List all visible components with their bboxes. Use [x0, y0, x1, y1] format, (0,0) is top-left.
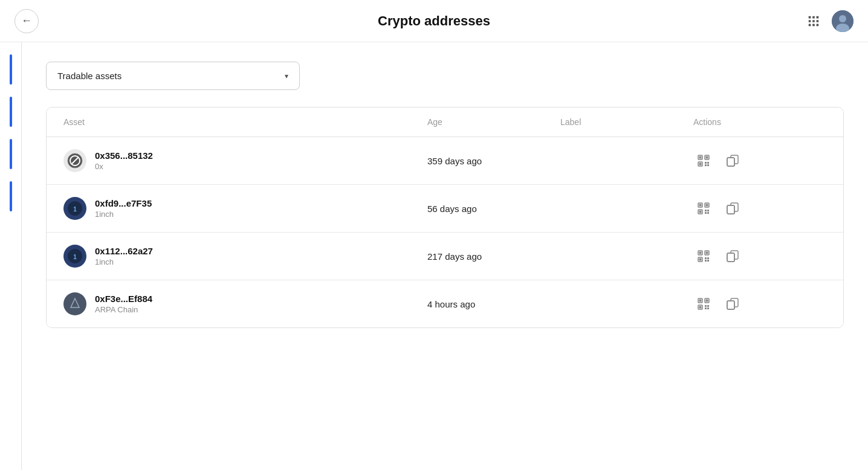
svg-rect-33	[706, 204, 708, 207]
asset-network-1: 0x	[95, 162, 153, 171]
svg-rect-3	[809, 20, 811, 22]
asset-info-3: 0x112...62a27 1inch	[95, 246, 153, 266]
dropdown-label: Tradable assets	[57, 71, 121, 81]
qr-code-icon	[697, 202, 710, 215]
svg-rect-1	[812, 16, 815, 18]
age-cell-2: 56 days ago	[427, 204, 560, 214]
grid-icon-button[interactable]	[803, 10, 824, 32]
svg-rect-37	[707, 210, 709, 211]
svg-rect-24	[707, 164, 709, 166]
actions-cell-4	[693, 294, 826, 314]
svg-rect-0	[809, 16, 811, 18]
prohibited-icon	[66, 152, 83, 169]
chevron-down-icon: ▾	[285, 72, 288, 80]
svg-rect-38	[705, 212, 707, 214]
sidebar-accent-1	[10, 54, 12, 85]
column-asset: Asset	[63, 117, 427, 127]
asset-icon-3: 1	[63, 245, 86, 268]
back-button[interactable]: ←	[15, 9, 39, 33]
asset-info-2: 0xfd9...e7F35 1inch	[95, 198, 152, 219]
copy-button-4[interactable]	[722, 294, 743, 314]
svg-text:1: 1	[73, 206, 77, 213]
svg-rect-22	[707, 162, 709, 164]
svg-rect-8	[817, 24, 819, 26]
copy-icon	[727, 202, 739, 214]
copy-icon	[727, 298, 739, 310]
svg-rect-61	[699, 300, 702, 302]
svg-rect-66	[705, 305, 707, 307]
age-cell-4: 4 hours ago	[427, 299, 560, 309]
asset-icon-2: 1	[63, 197, 86, 220]
actions-cell-3	[693, 246, 826, 266]
svg-rect-63	[706, 300, 708, 302]
svg-rect-54	[707, 260, 709, 262]
svg-rect-53	[705, 260, 707, 262]
svg-rect-20	[699, 163, 702, 166]
svg-rect-69	[707, 307, 709, 309]
qr-button-1[interactable]	[693, 150, 714, 171]
column-age: Age	[427, 117, 560, 127]
svg-rect-41	[727, 205, 734, 214]
left-sidebar	[0, 42, 22, 470]
copy-button-1[interactable]	[722, 150, 743, 171]
header-right	[803, 10, 853, 32]
table-row: 0x356...85132 0x 359 days ago	[47, 137, 843, 185]
asset-network-2: 1inch	[95, 210, 152, 219]
svg-text:1: 1	[73, 254, 77, 260]
table-header: Asset Age Label Actions	[47, 108, 843, 137]
avatar[interactable]	[832, 10, 853, 32]
copy-button-2[interactable]	[722, 198, 743, 219]
tradable-assets-dropdown[interactable]: Tradable assets ▾	[46, 62, 300, 90]
svg-rect-4	[812, 20, 815, 22]
svg-rect-46	[699, 252, 702, 254]
sidebar-accent-2	[10, 97, 12, 127]
asset-cell: 0xF3e...Ef884 ARPA Chain	[63, 292, 427, 315]
actions-cell-2	[693, 198, 826, 219]
table-row: 1 0x112...62a27 1inch 217 days ago	[47, 233, 843, 280]
sidebar-accent-3	[10, 139, 12, 169]
svg-rect-50	[699, 259, 702, 261]
svg-rect-5	[817, 20, 819, 22]
qr-button-3[interactable]	[693, 246, 714, 266]
svg-rect-26	[727, 158, 734, 166]
grid-icon	[807, 14, 820, 28]
svg-rect-51	[705, 257, 707, 259]
svg-rect-52	[707, 257, 709, 259]
column-actions: Actions	[693, 117, 826, 127]
qr-code-icon	[697, 154, 710, 167]
header: ← Crypto addresses	[0, 0, 868, 42]
asset-network-4: ARPA Chain	[95, 305, 152, 314]
header-left: ←	[15, 9, 39, 33]
age-cell-3: 217 days ago	[427, 251, 560, 262]
svg-rect-31	[699, 204, 702, 207]
svg-rect-39	[707, 212, 709, 214]
qr-button-4[interactable]	[693, 294, 714, 314]
svg-rect-16	[699, 156, 702, 159]
svg-rect-56	[727, 253, 734, 262]
asset-address-4: 0xF3e...Ef884	[95, 294, 152, 304]
svg-rect-35	[699, 211, 702, 213]
svg-rect-36	[705, 210, 707, 211]
copy-icon	[727, 155, 739, 167]
svg-rect-2	[817, 16, 819, 18]
age-cell-1: 359 days ago	[427, 156, 560, 166]
qr-button-2[interactable]	[693, 198, 714, 219]
copy-button-3[interactable]	[722, 246, 743, 266]
asset-address-2: 0xfd9...e7F35	[95, 198, 152, 208]
qr-code-icon	[697, 249, 710, 263]
page-title: Crypto addresses	[378, 13, 490, 29]
svg-rect-6	[809, 24, 811, 26]
1inch-icon: 1	[66, 200, 83, 217]
asset-icon-1	[63, 149, 86, 172]
layout: Tradable assets ▾ Asset Age Label Action…	[0, 42, 868, 470]
svg-rect-23	[705, 164, 707, 166]
sidebar-accent-4	[10, 181, 12, 211]
asset-cell: 1 0x112...62a27 1inch	[63, 245, 427, 268]
svg-rect-67	[707, 305, 709, 307]
asset-network-3: 1inch	[95, 257, 153, 266]
1inch-icon-2: 1	[66, 248, 83, 265]
arpa-icon	[66, 295, 83, 312]
asset-address-1: 0x356...85132	[95, 150, 153, 161]
svg-rect-68	[705, 307, 707, 309]
actions-cell-1	[693, 150, 826, 171]
